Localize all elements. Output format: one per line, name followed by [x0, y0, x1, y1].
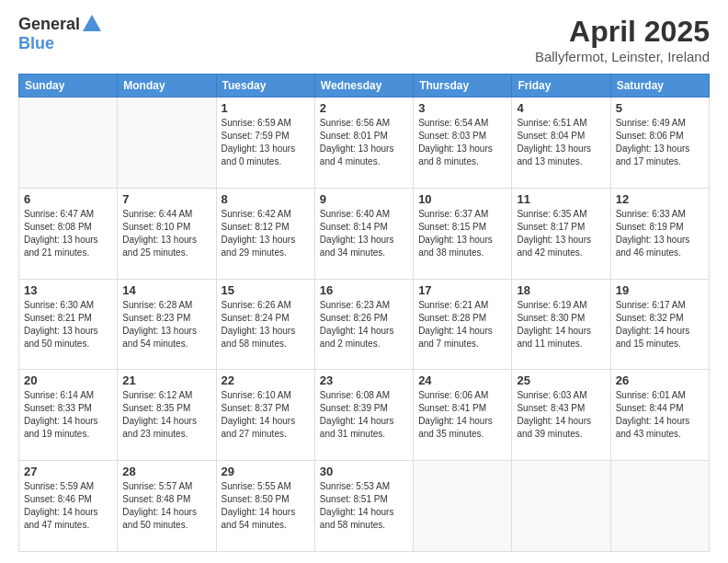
weekday-header-row: SundayMondayTuesdayWednesdayThursdayFrid… [19, 75, 710, 98]
calendar-cell [414, 461, 512, 552]
day-info: Sunrise: 6:37 AM Sunset: 8:15 PM Dayligh… [418, 208, 506, 259]
day-info: Sunrise: 6:44 AM Sunset: 8:10 PM Dayligh… [122, 208, 210, 259]
day-info: Sunrise: 6:19 AM Sunset: 8:30 PM Dayligh… [517, 299, 605, 350]
calendar-cell: 12Sunrise: 6:33 AM Sunset: 8:19 PM Dayli… [610, 188, 709, 279]
day-info: Sunrise: 6:21 AM Sunset: 8:28 PM Dayligh… [418, 299, 506, 350]
day-number: 13 [24, 283, 112, 297]
calendar-table: SundayMondayTuesdayWednesdayThursdayFrid… [18, 74, 710, 552]
calendar-cell: 11Sunrise: 6:35 AM Sunset: 8:17 PM Dayli… [512, 188, 610, 279]
calendar-cell: 6Sunrise: 6:47 AM Sunset: 8:08 PM Daylig… [19, 188, 118, 279]
calendar-cell: 3Sunrise: 6:54 AM Sunset: 8:03 PM Daylig… [414, 98, 512, 189]
calendar-cell: 22Sunrise: 6:10 AM Sunset: 8:37 PM Dayli… [216, 370, 314, 461]
day-info: Sunrise: 5:55 AM Sunset: 8:50 PM Dayligh… [222, 480, 310, 532]
day-number: 5 [616, 101, 704, 115]
day-info: Sunrise: 6:01 AM Sunset: 8:44 PM Dayligh… [616, 389, 704, 441]
week-row-4: 20Sunrise: 6:14 AM Sunset: 8:33 PM Dayli… [19, 370, 710, 461]
logo-triangle-icon [83, 15, 101, 31]
calendar-cell: 26Sunrise: 6:01 AM Sunset: 8:44 PM Dayli… [610, 370, 709, 461]
calendar-cell [610, 461, 709, 552]
weekday-header-tuesday: Tuesday [216, 75, 314, 98]
day-info: Sunrise: 6:28 AM Sunset: 8:23 PM Dayligh… [122, 299, 210, 350]
day-info: Sunrise: 5:53 AM Sunset: 8:51 PM Dayligh… [320, 480, 408, 532]
day-number: 8 [222, 192, 310, 206]
day-number: 10 [418, 192, 506, 206]
day-number: 15 [222, 283, 310, 297]
calendar-cell: 5Sunrise: 6:49 AM Sunset: 8:06 PM Daylig… [610, 98, 709, 189]
day-info: Sunrise: 6:33 AM Sunset: 8:19 PM Dayligh… [616, 208, 704, 259]
day-info: Sunrise: 6:51 AM Sunset: 8:04 PM Dayligh… [517, 117, 605, 168]
calendar-cell: 15Sunrise: 6:26 AM Sunset: 8:24 PM Dayli… [216, 279, 314, 370]
calendar-cell: 14Sunrise: 6:28 AM Sunset: 8:23 PM Dayli… [118, 279, 216, 370]
calendar-cell: 20Sunrise: 6:14 AM Sunset: 8:33 PM Dayli… [19, 370, 118, 461]
week-row-1: 1Sunrise: 6:59 AM Sunset: 7:59 PM Daylig… [19, 98, 710, 189]
calendar-cell: 2Sunrise: 6:56 AM Sunset: 8:01 PM Daylig… [314, 98, 413, 189]
day-info: Sunrise: 6:17 AM Sunset: 8:32 PM Dayligh… [616, 299, 704, 350]
day-number: 22 [222, 373, 310, 387]
weekday-header-wednesday: Wednesday [314, 75, 413, 98]
calendar-cell: 17Sunrise: 6:21 AM Sunset: 8:28 PM Dayli… [414, 279, 512, 370]
day-info: Sunrise: 6:54 AM Sunset: 8:03 PM Dayligh… [418, 117, 506, 168]
calendar-cell: 16Sunrise: 6:23 AM Sunset: 8:26 PM Dayli… [314, 279, 413, 370]
calendar-cell: 4Sunrise: 6:51 AM Sunset: 8:04 PM Daylig… [512, 98, 610, 189]
weekday-header-monday: Monday [118, 75, 216, 98]
day-number: 3 [418, 101, 506, 115]
day-info: Sunrise: 6:56 AM Sunset: 8:01 PM Dayligh… [320, 117, 408, 168]
day-number: 14 [122, 283, 210, 297]
calendar-cell [512, 461, 610, 552]
weekday-header-thursday: Thursday [414, 75, 512, 98]
day-info: Sunrise: 6:10 AM Sunset: 8:37 PM Dayligh… [222, 389, 310, 441]
day-number: 27 [24, 465, 112, 478]
weekday-header-friday: Friday [512, 75, 610, 98]
calendar-cell: 30Sunrise: 5:53 AM Sunset: 8:51 PM Dayli… [314, 461, 413, 552]
calendar-cell: 18Sunrise: 6:19 AM Sunset: 8:30 PM Dayli… [512, 279, 610, 370]
day-number: 28 [122, 465, 210, 478]
calendar-cell: 28Sunrise: 5:57 AM Sunset: 8:48 PM Dayli… [118, 461, 216, 552]
day-number: 17 [418, 283, 506, 297]
calendar-cell: 1Sunrise: 6:59 AM Sunset: 7:59 PM Daylig… [216, 98, 314, 189]
day-info: Sunrise: 6:49 AM Sunset: 8:06 PM Dayligh… [616, 117, 704, 168]
day-info: Sunrise: 6:14 AM Sunset: 8:33 PM Dayligh… [24, 389, 112, 441]
day-info: Sunrise: 6:26 AM Sunset: 8:24 PM Dayligh… [222, 299, 310, 350]
logo-general-text: General [18, 15, 80, 34]
calendar-cell: 25Sunrise: 6:03 AM Sunset: 8:43 PM Dayli… [512, 370, 610, 461]
calendar-cell: 19Sunrise: 6:17 AM Sunset: 8:32 PM Dayli… [610, 279, 709, 370]
calendar-cell: 9Sunrise: 6:40 AM Sunset: 8:14 PM Daylig… [314, 188, 413, 279]
week-row-3: 13Sunrise: 6:30 AM Sunset: 8:21 PM Dayli… [19, 279, 710, 370]
logo: General Blue [18, 15, 101, 53]
day-number: 9 [320, 192, 408, 206]
calendar-cell: 10Sunrise: 6:37 AM Sunset: 8:15 PM Dayli… [414, 188, 512, 279]
calendar-cell: 29Sunrise: 5:55 AM Sunset: 8:50 PM Dayli… [216, 461, 314, 552]
calendar-cell: 21Sunrise: 6:12 AM Sunset: 8:35 PM Dayli… [118, 370, 216, 461]
day-number: 12 [616, 192, 704, 206]
page: General Blue April 2025 Ballyfermot, Lei… [0, 0, 728, 563]
month-title: April 2025 [535, 15, 710, 49]
header: General Blue April 2025 Ballyfermot, Lei… [18, 15, 710, 64]
calendar-cell: 27Sunrise: 5:59 AM Sunset: 8:46 PM Dayli… [19, 461, 118, 552]
day-number: 1 [222, 101, 310, 115]
day-number: 25 [517, 373, 605, 387]
calendar-cell: 13Sunrise: 6:30 AM Sunset: 8:21 PM Dayli… [19, 279, 118, 370]
day-info: Sunrise: 6:40 AM Sunset: 8:14 PM Dayligh… [320, 208, 408, 259]
calendar-cell [118, 98, 216, 189]
day-info: Sunrise: 6:59 AM Sunset: 7:59 PM Dayligh… [222, 117, 310, 168]
day-number: 16 [320, 283, 408, 297]
week-row-2: 6Sunrise: 6:47 AM Sunset: 8:08 PM Daylig… [19, 188, 710, 279]
day-info: Sunrise: 6:12 AM Sunset: 8:35 PM Dayligh… [122, 389, 210, 441]
day-number: 7 [122, 192, 210, 206]
weekday-header-saturday: Saturday [610, 75, 709, 98]
day-number: 24 [418, 373, 506, 387]
day-number: 6 [24, 192, 112, 206]
day-number: 26 [616, 373, 704, 387]
title-section: April 2025 Ballyfermot, Leinster, Irelan… [535, 15, 710, 64]
calendar-cell: 24Sunrise: 6:06 AM Sunset: 8:41 PM Dayli… [414, 370, 512, 461]
day-number: 30 [320, 465, 408, 478]
day-number: 19 [616, 283, 704, 297]
day-info: Sunrise: 6:47 AM Sunset: 8:08 PM Dayligh… [24, 208, 112, 259]
week-row-5: 27Sunrise: 5:59 AM Sunset: 8:46 PM Dayli… [19, 461, 710, 552]
day-number: 2 [320, 101, 408, 115]
day-info: Sunrise: 6:06 AM Sunset: 8:41 PM Dayligh… [418, 389, 506, 441]
day-number: 11 [517, 192, 605, 206]
day-number: 20 [24, 373, 112, 387]
day-info: Sunrise: 6:30 AM Sunset: 8:21 PM Dayligh… [24, 299, 112, 350]
day-info: Sunrise: 6:42 AM Sunset: 8:12 PM Dayligh… [222, 208, 310, 259]
